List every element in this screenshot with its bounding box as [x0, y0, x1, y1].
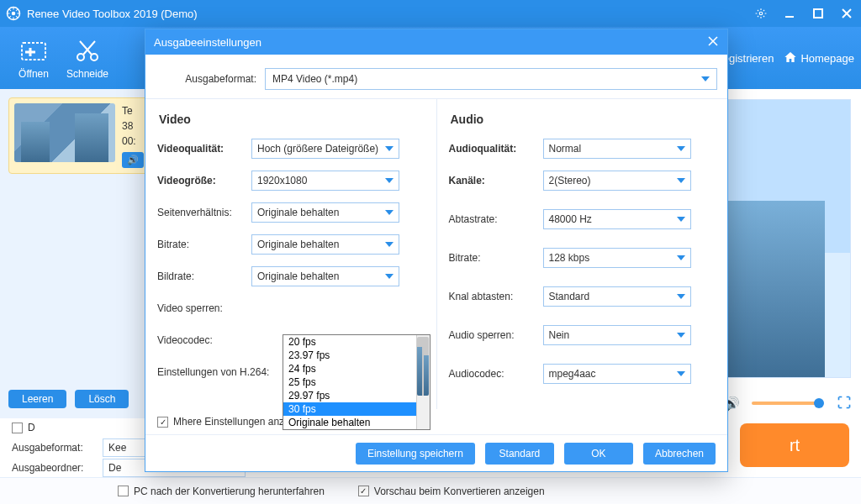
dialog-close-icon[interactable]: [707, 35, 719, 50]
srate-label: Abtastrate:: [449, 213, 543, 225]
acodec-label: Audiocodec:: [449, 368, 543, 380]
volume-slider[interactable]: [752, 402, 819, 405]
start-button[interactable]: rt: [740, 423, 849, 467]
audio-header: Audio: [451, 113, 716, 126]
homepage-link[interactable]: Homepage: [784, 50, 854, 66]
app-title: Renee Video Toolbox 2019 (Demo): [27, 8, 747, 20]
file-res: 38: [122, 118, 144, 134]
channels-label: Kanäle:: [449, 175, 543, 186]
open-label: Öffnen: [18, 68, 49, 80]
alock-select[interactable]: Nein: [543, 325, 691, 345]
dialog-titlebar: Ausgabeeinstellungen: [145, 29, 727, 55]
shutdown-checkbox[interactable]: PC nach der Konvertierung herunterfahren: [118, 486, 325, 497]
vquality-label: Videoqualität:: [157, 143, 251, 155]
homepage-label: Homepage: [800, 52, 854, 65]
channels-select[interactable]: 2(Stereo): [543, 171, 691, 191]
file-dur: 00:: [122, 134, 144, 149]
open-icon: [19, 36, 48, 65]
vsize-label: Videogröße:: [157, 175, 251, 186]
framerate-option[interactable]: 23.97 fps: [283, 349, 430, 362]
vquality-select[interactable]: Hoch (größere Dateigröße): [251, 139, 399, 159]
framerate-option[interactable]: 29.97 fps: [283, 389, 430, 402]
video-header: Video: [159, 113, 425, 126]
ok-button[interactable]: OK: [564, 443, 633, 465]
outdir-label: Ausgabeordner:: [12, 462, 96, 474]
svg-point-1: [12, 12, 16, 16]
chevron-down-icon: [701, 76, 710, 81]
thumbnail: [14, 103, 115, 162]
maximize-button[interactable]: [804, 0, 832, 27]
audio-toggle-icon[interactable]: 🔊: [122, 152, 144, 168]
scrollbar-thumb[interactable]: [417, 337, 429, 396]
framerate-option[interactable]: Originale behalten: [283, 416, 430, 429]
aspect-select[interactable]: Originale behalten: [251, 202, 399, 223]
home-icon: [784, 50, 797, 66]
aquality-select[interactable]: Normal: [543, 139, 691, 159]
dialog-title: Ausgabeeinstellungen: [154, 36, 261, 49]
preview-checkbox[interactable]: ✓Vorschau beim Konvertieren anzeigen: [358, 486, 545, 497]
app-titlebar: Renee Video Toolbox 2019 (Demo): [0, 0, 861, 27]
format-select[interactable]: MP4 Video (*.mp4): [265, 68, 717, 90]
close-button[interactable]: [832, 0, 861, 27]
downsample-label: Knal abtasten:: [449, 291, 543, 302]
window-config-icon[interactable]: [747, 0, 775, 27]
framerate-option[interactable]: 24 fps: [283, 362, 430, 375]
save-settings-button[interactable]: Einstellung speichern: [356, 443, 475, 465]
outfmt-label: Ausgabeformat:: [12, 442, 96, 454]
default-button[interactable]: Standard: [485, 443, 554, 465]
fullscreen-icon[interactable]: ⛶: [837, 396, 851, 411]
framerate-option[interactable]: 30 fps: [283, 402, 430, 416]
svg-rect-4: [814, 9, 822, 18]
cut-label: Schneide: [66, 68, 108, 80]
framerate-option[interactable]: 20 fps: [283, 335, 430, 349]
downsample-select[interactable]: Standard: [543, 286, 691, 307]
output-settings-dialog: Ausgabeeinstellungen Ausgabeformat: MP4 …: [145, 29, 728, 472]
h264-label: Einstellungen von H.264:: [157, 366, 283, 378]
format-label: Ausgabeformat:: [156, 73, 256, 85]
file-name: Te: [122, 103, 144, 118]
acodec-select[interactable]: mpeg4aac: [543, 364, 691, 384]
svg-point-2: [759, 12, 763, 15]
delete-button[interactable]: Lösch: [75, 390, 129, 408]
d-checkbox[interactable]: D: [12, 422, 35, 433]
aquality-label: Audioqualität:: [449, 143, 543, 155]
vsize-select[interactable]: 1920x1080: [251, 171, 399, 191]
abitrate-label: Bitrate:: [449, 252, 543, 264]
vcodec-label: Videocodec:: [157, 334, 251, 346]
cut-button[interactable]: Schneide: [61, 29, 114, 87]
vlock-label: Video sperren:: [157, 302, 251, 314]
minimize-button[interactable]: [775, 0, 804, 27]
framerate-option[interactable]: 25 fps: [283, 375, 430, 389]
svg-point-9: [91, 54, 98, 60]
alock-label: Audio sperren:: [449, 329, 543, 341]
svg-point-8: [77, 54, 84, 60]
app-logo-icon: [5, 5, 22, 22]
vbitrate-label: Bitrate:: [157, 239, 251, 250]
scissors-icon: [73, 36, 102, 65]
open-button[interactable]: Öffnen: [7, 29, 61, 87]
cancel-button[interactable]: Abbrechen: [643, 443, 716, 465]
clear-button[interactable]: Leeren: [8, 390, 66, 408]
framerate-dropdown[interactable]: 20 fps23.97 fps24 fps25 fps29.97 fps30 f…: [283, 334, 430, 430]
aspect-label: Seitenverhältnis:: [157, 207, 251, 218]
framerate-select[interactable]: Originale behalten: [251, 266, 399, 286]
srate-select[interactable]: 48000 Hz: [543, 209, 691, 229]
framerate-label: Bildrate:: [157, 270, 251, 282]
vbitrate-select[interactable]: Originale behalten: [251, 234, 399, 255]
abitrate-select[interactable]: 128 kbps: [543, 248, 691, 268]
